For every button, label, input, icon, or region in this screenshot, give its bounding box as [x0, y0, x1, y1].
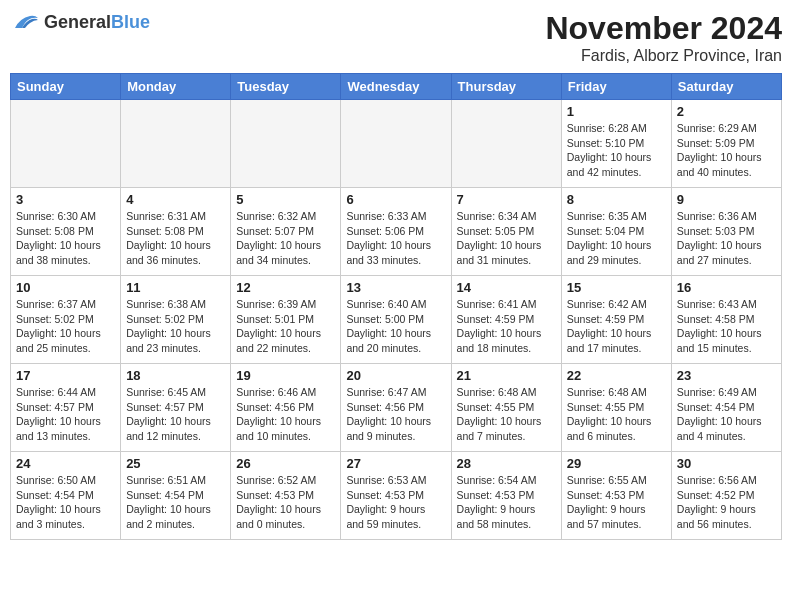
- calendar-cell: 4Sunrise: 6:31 AM Sunset: 5:08 PM Daylig…: [121, 188, 231, 276]
- calendar-cell: 27Sunrise: 6:53 AM Sunset: 4:53 PM Dayli…: [341, 452, 451, 540]
- day-info: Sunrise: 6:41 AM Sunset: 4:59 PM Dayligh…: [457, 297, 556, 356]
- day-number: 26: [236, 456, 335, 471]
- calendar-cell: [451, 100, 561, 188]
- day-info: Sunrise: 6:37 AM Sunset: 5:02 PM Dayligh…: [16, 297, 115, 356]
- calendar-week-row: 1Sunrise: 6:28 AM Sunset: 5:10 PM Daylig…: [11, 100, 782, 188]
- calendar-cell: 5Sunrise: 6:32 AM Sunset: 5:07 PM Daylig…: [231, 188, 341, 276]
- day-info: Sunrise: 6:47 AM Sunset: 4:56 PM Dayligh…: [346, 385, 445, 444]
- day-number: 18: [126, 368, 225, 383]
- day-number: 1: [567, 104, 666, 119]
- calendar-cell: 9Sunrise: 6:36 AM Sunset: 5:03 PM Daylig…: [671, 188, 781, 276]
- day-info: Sunrise: 6:38 AM Sunset: 5:02 PM Dayligh…: [126, 297, 225, 356]
- day-number: 21: [457, 368, 556, 383]
- calendar-cell: 16Sunrise: 6:43 AM Sunset: 4:58 PM Dayli…: [671, 276, 781, 364]
- day-number: 11: [126, 280, 225, 295]
- day-number: 5: [236, 192, 335, 207]
- calendar-cell: 20Sunrise: 6:47 AM Sunset: 4:56 PM Dayli…: [341, 364, 451, 452]
- day-info: Sunrise: 6:39 AM Sunset: 5:01 PM Dayligh…: [236, 297, 335, 356]
- day-info: Sunrise: 6:46 AM Sunset: 4:56 PM Dayligh…: [236, 385, 335, 444]
- calendar-cell: 21Sunrise: 6:48 AM Sunset: 4:55 PM Dayli…: [451, 364, 561, 452]
- weekday-header: Tuesday: [231, 74, 341, 100]
- day-number: 8: [567, 192, 666, 207]
- calendar-cell: [11, 100, 121, 188]
- day-number: 24: [16, 456, 115, 471]
- calendar-cell: 3Sunrise: 6:30 AM Sunset: 5:08 PM Daylig…: [11, 188, 121, 276]
- day-number: 14: [457, 280, 556, 295]
- day-number: 27: [346, 456, 445, 471]
- day-number: 28: [457, 456, 556, 471]
- weekday-header: Saturday: [671, 74, 781, 100]
- logo-blue-text: Blue: [111, 12, 150, 32]
- calendar-cell: 23Sunrise: 6:49 AM Sunset: 4:54 PM Dayli…: [671, 364, 781, 452]
- day-info: Sunrise: 6:30 AM Sunset: 5:08 PM Dayligh…: [16, 209, 115, 268]
- location-title: Fardis, Alborz Province, Iran: [545, 47, 782, 65]
- day-number: 15: [567, 280, 666, 295]
- weekday-header: Sunday: [11, 74, 121, 100]
- day-info: Sunrise: 6:49 AM Sunset: 4:54 PM Dayligh…: [677, 385, 776, 444]
- day-info: Sunrise: 6:48 AM Sunset: 4:55 PM Dayligh…: [567, 385, 666, 444]
- day-info: Sunrise: 6:44 AM Sunset: 4:57 PM Dayligh…: [16, 385, 115, 444]
- day-info: Sunrise: 6:33 AM Sunset: 5:06 PM Dayligh…: [346, 209, 445, 268]
- day-info: Sunrise: 6:42 AM Sunset: 4:59 PM Dayligh…: [567, 297, 666, 356]
- day-info: Sunrise: 6:55 AM Sunset: 4:53 PM Dayligh…: [567, 473, 666, 532]
- calendar-cell: [121, 100, 231, 188]
- day-info: Sunrise: 6:54 AM Sunset: 4:53 PM Dayligh…: [457, 473, 556, 532]
- day-number: 3: [16, 192, 115, 207]
- calendar-cell: 18Sunrise: 6:45 AM Sunset: 4:57 PM Dayli…: [121, 364, 231, 452]
- day-info: Sunrise: 6:53 AM Sunset: 4:53 PM Dayligh…: [346, 473, 445, 532]
- calendar-cell: 15Sunrise: 6:42 AM Sunset: 4:59 PM Dayli…: [561, 276, 671, 364]
- day-info: Sunrise: 6:34 AM Sunset: 5:05 PM Dayligh…: [457, 209, 556, 268]
- title-block: November 2024 Fardis, Alborz Province, I…: [545, 10, 782, 65]
- calendar-table: SundayMondayTuesdayWednesdayThursdayFrid…: [10, 73, 782, 540]
- day-number: 20: [346, 368, 445, 383]
- calendar-cell: 25Sunrise: 6:51 AM Sunset: 4:54 PM Dayli…: [121, 452, 231, 540]
- calendar-cell: 10Sunrise: 6:37 AM Sunset: 5:02 PM Dayli…: [11, 276, 121, 364]
- day-number: 16: [677, 280, 776, 295]
- calendar-cell: 7Sunrise: 6:34 AM Sunset: 5:05 PM Daylig…: [451, 188, 561, 276]
- day-number: 19: [236, 368, 335, 383]
- day-number: 6: [346, 192, 445, 207]
- day-info: Sunrise: 6:32 AM Sunset: 5:07 PM Dayligh…: [236, 209, 335, 268]
- calendar-cell: 19Sunrise: 6:46 AM Sunset: 4:56 PM Dayli…: [231, 364, 341, 452]
- calendar-cell: 22Sunrise: 6:48 AM Sunset: 4:55 PM Dayli…: [561, 364, 671, 452]
- day-info: Sunrise: 6:56 AM Sunset: 4:52 PM Dayligh…: [677, 473, 776, 532]
- page-header: GeneralBlue November 2024 Fardis, Alborz…: [10, 10, 782, 65]
- day-info: Sunrise: 6:40 AM Sunset: 5:00 PM Dayligh…: [346, 297, 445, 356]
- calendar-week-row: 17Sunrise: 6:44 AM Sunset: 4:57 PM Dayli…: [11, 364, 782, 452]
- weekday-header: Monday: [121, 74, 231, 100]
- calendar-cell: 2Sunrise: 6:29 AM Sunset: 5:09 PM Daylig…: [671, 100, 781, 188]
- day-number: 29: [567, 456, 666, 471]
- weekday-header: Wednesday: [341, 74, 451, 100]
- calendar-cell: 1Sunrise: 6:28 AM Sunset: 5:10 PM Daylig…: [561, 100, 671, 188]
- calendar-cell: 17Sunrise: 6:44 AM Sunset: 4:57 PM Dayli…: [11, 364, 121, 452]
- day-number: 30: [677, 456, 776, 471]
- day-info: Sunrise: 6:35 AM Sunset: 5:04 PM Dayligh…: [567, 209, 666, 268]
- day-number: 25: [126, 456, 225, 471]
- day-info: Sunrise: 6:51 AM Sunset: 4:54 PM Dayligh…: [126, 473, 225, 532]
- calendar-cell: 12Sunrise: 6:39 AM Sunset: 5:01 PM Dayli…: [231, 276, 341, 364]
- logo: GeneralBlue: [10, 10, 150, 34]
- day-number: 9: [677, 192, 776, 207]
- day-number: 4: [126, 192, 225, 207]
- logo-general-text: General: [44, 12, 111, 32]
- calendar-cell: 14Sunrise: 6:41 AM Sunset: 4:59 PM Dayli…: [451, 276, 561, 364]
- day-info: Sunrise: 6:31 AM Sunset: 5:08 PM Dayligh…: [126, 209, 225, 268]
- day-info: Sunrise: 6:28 AM Sunset: 5:10 PM Dayligh…: [567, 121, 666, 180]
- day-info: Sunrise: 6:52 AM Sunset: 4:53 PM Dayligh…: [236, 473, 335, 532]
- logo-icon: [10, 10, 40, 34]
- calendar-cell: 8Sunrise: 6:35 AM Sunset: 5:04 PM Daylig…: [561, 188, 671, 276]
- calendar-cell: 30Sunrise: 6:56 AM Sunset: 4:52 PM Dayli…: [671, 452, 781, 540]
- month-title: November 2024: [545, 10, 782, 47]
- day-number: 13: [346, 280, 445, 295]
- calendar-cell: 28Sunrise: 6:54 AM Sunset: 4:53 PM Dayli…: [451, 452, 561, 540]
- day-info: Sunrise: 6:50 AM Sunset: 4:54 PM Dayligh…: [16, 473, 115, 532]
- calendar-week-row: 10Sunrise: 6:37 AM Sunset: 5:02 PM Dayli…: [11, 276, 782, 364]
- day-info: Sunrise: 6:29 AM Sunset: 5:09 PM Dayligh…: [677, 121, 776, 180]
- day-number: 2: [677, 104, 776, 119]
- day-number: 7: [457, 192, 556, 207]
- day-info: Sunrise: 6:45 AM Sunset: 4:57 PM Dayligh…: [126, 385, 225, 444]
- day-number: 22: [567, 368, 666, 383]
- day-info: Sunrise: 6:36 AM Sunset: 5:03 PM Dayligh…: [677, 209, 776, 268]
- calendar-cell: 13Sunrise: 6:40 AM Sunset: 5:00 PM Dayli…: [341, 276, 451, 364]
- day-number: 17: [16, 368, 115, 383]
